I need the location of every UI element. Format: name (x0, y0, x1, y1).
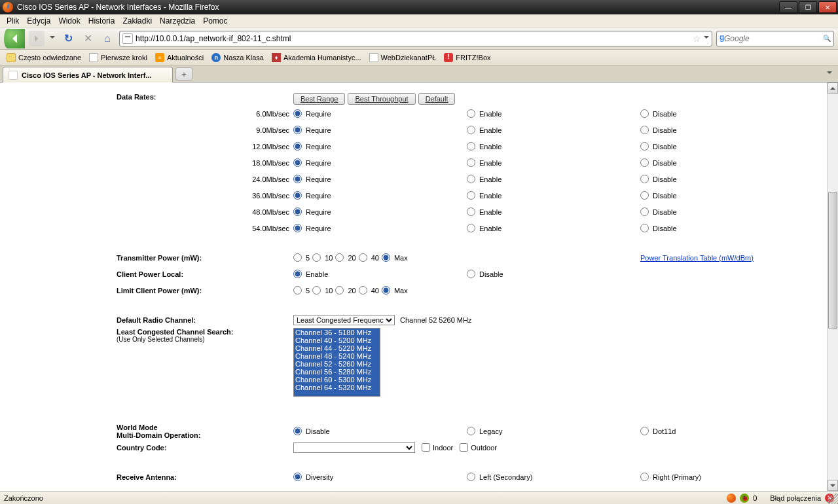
bookmark-fritzbox[interactable]: FRITZ!Box (441, 52, 493, 63)
maximize-button[interactable]: ❐ (799, 1, 817, 13)
nav-history-dropdown[interactable] (48, 29, 56, 48)
bookmark-frequent[interactable]: Często odwiedzane (4, 52, 84, 63)
menu-pomoc[interactable]: Pomoc (199, 15, 231, 27)
stop-button[interactable]: ✕ (80, 31, 96, 46)
home-button[interactable]: ⌂ (100, 31, 115, 46)
search-input[interactable] (724, 34, 823, 43)
menu-narzedzia[interactable]: Narzędzia (156, 15, 199, 27)
rss-icon: » (155, 53, 164, 62)
bookmarks-toolbar: Często odwiedzane Pierwsze kroki »Aktual… (0, 50, 838, 65)
bookmark-webdziekanat[interactable]: WebDziekanatPŁ (367, 52, 439, 63)
menu-widok[interactable]: Widok (54, 15, 84, 27)
tab-strip: Cisco IOS Series AP - Network Interf... … (0, 65, 838, 82)
url-bar[interactable]: ☆ (119, 31, 712, 46)
search-engine-dropdown[interactable]: 🔍 (823, 35, 831, 42)
forward-button[interactable] (29, 31, 45, 46)
back-button[interactable] (4, 29, 25, 48)
bookmark-pierwsze[interactable]: Pierwsze kroki (86, 52, 150, 63)
bookmark-akademia[interactable]: ♦Akademia Humanistyc... (269, 52, 364, 63)
url-dropdown[interactable] (704, 36, 709, 41)
google-search-icon[interactable] (720, 34, 723, 43)
tab-list-dropdown[interactable] (824, 67, 835, 81)
window-titlebar: Cisco IOS Series AP - Network Interfaces… (0, 0, 838, 14)
search-bar[interactable]: 🔍 (716, 31, 834, 46)
folder-icon (7, 53, 16, 62)
nk-icon: n (211, 53, 221, 62)
fritz-icon (444, 53, 453, 62)
nav-toolbar: ↻ ✕ ⌂ ☆ 🔍 (0, 27, 838, 50)
minimize-button[interactable]: — (779, 1, 797, 13)
tab-label: Cisco IOS Series AP - Network Interf... (22, 71, 152, 79)
menu-edycja[interactable]: Edycja (23, 15, 54, 27)
window-buttons: — ❐ ✕ (779, 1, 837, 13)
menu-bar: Plik Edycja Widok Historia Zakładki Narz… (0, 14, 838, 27)
bookmark-star-icon[interactable]: ☆ (693, 33, 701, 44)
page-icon (89, 53, 98, 62)
menu-historia[interactable]: Historia (84, 15, 119, 27)
menu-plik[interactable]: Plik (3, 15, 23, 27)
firefox-icon (3, 2, 13, 12)
ah-icon: ♦ (272, 53, 281, 62)
page-icon (369, 53, 378, 62)
new-tab-button[interactable]: + (175, 67, 192, 81)
bookmark-aktualnosci[interactable]: »Aktualności (153, 52, 206, 63)
close-button[interactable]: ✕ (818, 1, 837, 13)
reload-button[interactable]: ↻ (60, 31, 76, 46)
url-input[interactable] (136, 34, 690, 43)
bookmark-nasza-klasa[interactable]: nNasza Klasa (209, 52, 266, 63)
window-title: Cisco IOS Series AP - Network Interfaces… (17, 3, 779, 12)
tab-favicon (9, 71, 18, 80)
active-tab[interactable]: Cisco IOS Series AP - Network Interf... (3, 67, 173, 82)
site-identity-icon[interactable] (122, 33, 133, 44)
menu-zakladki[interactable]: Zakładki (118, 15, 156, 27)
